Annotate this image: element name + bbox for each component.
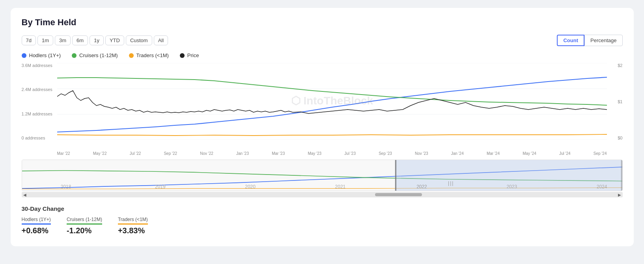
y-label-3: 1.2M addresses [22, 112, 54, 116]
scroll-right-arrow[interactable]: ▶ [616, 193, 623, 197]
x-label-16: Sep '24 [594, 151, 607, 156]
hodlers-metric-value: +0.68% [22, 226, 51, 235]
x-label-6: Jan '23 [236, 151, 249, 156]
legend-cruisers: Cruisers (1-12M) [72, 52, 118, 58]
filter-1m[interactable]: 1m [37, 35, 53, 45]
mini-chart-svg: 2018 2019 2020 2021 2022 2023 2024 [22, 160, 622, 191]
main-card: By Time Held 7d 1m 3m 6m 1y YTD Custom A… [11, 8, 634, 246]
x-label-8: May '23 [308, 151, 321, 156]
svg-rect-8 [621, 160, 622, 191]
y-right-bottom: $0 [609, 136, 623, 140]
main-chart-svg-container: ⬡ IntoTheBlock [57, 63, 607, 150]
view-toggle-group: Count Percentage [557, 35, 622, 46]
change-section-title: 30-Day Change [22, 205, 623, 212]
page-title: By Time Held [22, 17, 623, 28]
y-right-mid: $1 [609, 99, 623, 104]
metric-hodlers: Hodlers (1Y+) +0.68% [22, 217, 51, 235]
y-label-top: 3.6M addresses [22, 63, 54, 68]
y-label-bottom: 0 addresses [22, 136, 54, 140]
legend-traders: Traders (<1M) [129, 52, 169, 58]
scroll-bar[interactable]: ◀ ▶ [22, 192, 623, 197]
cruisers-label: Cruisers (1-12M) [79, 52, 118, 58]
x-label-15: Jul '24 [559, 151, 571, 156]
y-label-2: 2.4M addresses [22, 87, 54, 92]
view-percentage-button[interactable]: Percentage [584, 35, 623, 46]
x-label-7: Mar '23 [272, 151, 285, 156]
x-label-5: Nov '22 [200, 151, 213, 156]
filter-3m[interactable]: 3m [55, 35, 71, 45]
x-label-3: Jul '22 [130, 151, 141, 156]
scroll-thumb[interactable] [375, 193, 422, 196]
svg-text:2021: 2021 [335, 184, 345, 190]
filter-6m[interactable]: 6m [72, 35, 88, 45]
y-axis-right: $2 $1 $0 [607, 63, 623, 150]
traders-dot [129, 53, 134, 58]
cruisers-dot [72, 53, 77, 58]
cruisers-metric-label: Cruisers (1-12M) [67, 217, 102, 225]
svg-text:2024: 2024 [596, 184, 607, 190]
legend-price: Price [180, 52, 199, 58]
hodlers-label: Hodlers (1Y+) [29, 52, 61, 58]
filter-7d[interactable]: 7d [22, 35, 36, 45]
svg-rect-7 [395, 160, 396, 191]
traders-metric-value: +3.83% [118, 226, 148, 235]
chart-legend: Hodlers (1Y+) Cruisers (1-12M) Traders (… [22, 52, 623, 58]
filter-1y[interactable]: 1y [90, 35, 104, 45]
traders-metric-label: Traders (<1M) [118, 217, 148, 225]
y-axis-left: 3.6M addresses 2.4M addresses 1.2M addre… [22, 63, 57, 150]
filter-custom[interactable]: Custom [126, 35, 152, 45]
main-chart-svg: ⬡ IntoTheBlock [57, 63, 607, 140]
view-count-button[interactable]: Count [557, 35, 584, 46]
drag-handle[interactable]: ||| [448, 180, 454, 186]
hodlers-metric-label: Hodlers (1Y+) [22, 217, 51, 225]
bottom-section: 30-Day Change Hodlers (1Y+) +0.68% Cruis… [22, 205, 623, 235]
hodlers-dot [22, 53, 26, 58]
legend-hodlers: Hodlers (1Y+) [22, 52, 61, 58]
x-label-12: Jan '24 [451, 151, 464, 156]
x-label-11: Nov '23 [415, 151, 428, 156]
cruisers-metric-value: -1.20% [67, 226, 102, 235]
svg-text:2018: 2018 [60, 184, 71, 190]
svg-text:2022: 2022 [416, 184, 427, 190]
metric-cruisers: Cruisers (1-12M) -1.20% [67, 217, 102, 235]
svg-text:2019: 2019 [155, 184, 166, 190]
x-label-14: May '24 [523, 151, 536, 156]
metric-traders: Traders (<1M) +3.83% [118, 217, 148, 235]
price-label: Price [187, 52, 199, 58]
svg-text:⬡ IntoTheBlock: ⬡ IntoTheBlock [291, 95, 373, 107]
main-chart-wrapper: 3.6M addresses 2.4M addresses 1.2M addre… [22, 63, 623, 150]
y-right-top: $2 [609, 63, 623, 68]
filter-ytd[interactable]: YTD [105, 35, 124, 45]
x-label-2: May '22 [93, 151, 107, 156]
x-label-4: Sep '22 [164, 151, 177, 156]
time-filter-group: 7d 1m 3m 6m 1y YTD Custom All [22, 35, 168, 45]
change-metrics: Hodlers (1Y+) +0.68% Cruisers (1-12M) -1… [22, 217, 623, 235]
x-label-10: Sep '23 [379, 151, 392, 156]
filter-all[interactable]: All [154, 35, 168, 45]
toolbar: 7d 1m 3m 6m 1y YTD Custom All Count Perc… [22, 35, 623, 46]
traders-label: Traders (<1M) [136, 52, 169, 58]
svg-text:2020: 2020 [245, 184, 256, 190]
x-label-9: Jul '23 [344, 151, 356, 156]
x-axis-labels: Mar '22 May '22 Jul '22 Sep '22 Nov '22 … [57, 151, 607, 156]
price-dot [180, 53, 185, 58]
scroll-left-arrow[interactable]: ◀ [22, 193, 28, 197]
x-label-1: Mar '22 [57, 151, 70, 156]
mini-chart-area[interactable]: 2018 2019 2020 2021 2022 2023 2024 ||| [22, 160, 623, 191]
x-label-13: Mar '24 [487, 151, 500, 156]
svg-text:2023: 2023 [506, 184, 517, 190]
